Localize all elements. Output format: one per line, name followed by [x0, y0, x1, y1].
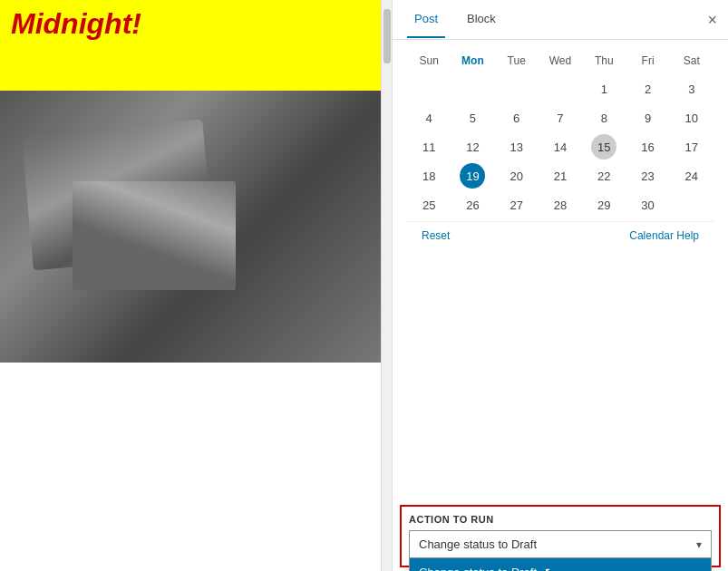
calendar-grid: Sun Mon Tue Wed Thu Fri Sat 1 2 3 4	[407, 51, 713, 218]
cal-day-26[interactable]: 26	[460, 192, 485, 218]
tab-post[interactable]: Post	[407, 1, 445, 38]
cal-day-12[interactable]: 12	[460, 134, 485, 160]
day-fri: Fri	[626, 51, 669, 71]
close-button[interactable]: ×	[707, 12, 717, 28]
day-sat: Sat	[670, 51, 713, 71]
cal-day-9[interactable]: 9	[636, 105, 661, 131]
post-image	[0, 91, 381, 363]
chevron-down-icon: ▾	[696, 538, 702, 551]
cal-day-11[interactable]: 11	[416, 134, 442, 160]
cal-day-10[interactable]: 10	[679, 105, 704, 131]
scrollbar-thumb[interactable]	[383, 9, 391, 63]
calendar-week-1: 1 2 3	[407, 76, 713, 102]
action-dropdown-button[interactable]: Change status to Draft ▾	[409, 530, 712, 558]
cal-day-30[interactable]: 30	[636, 192, 661, 218]
action-label: ACTION TO RUN	[409, 514, 712, 525]
midnight-banner: Midnight!	[0, 0, 381, 91]
day-thu: Thu	[582, 51, 626, 71]
cursor-icon: ↖	[544, 565, 555, 571]
cal-day-2[interactable]: 2	[636, 76, 661, 102]
cal-day-28[interactable]: 28	[548, 192, 573, 218]
calendar-footer: Reset Calendar Help	[407, 221, 713, 249]
cal-day-21[interactable]: 21	[548, 163, 573, 189]
cal-day-24[interactable]: 24	[679, 163, 704, 189]
option-label: Change status to Draft	[419, 566, 537, 571]
cal-day-6[interactable]: 6	[504, 105, 529, 131]
reset-link[interactable]: Reset	[422, 229, 450, 242]
cal-day-13[interactable]: 13	[504, 134, 529, 160]
cal-day-16[interactable]: 16	[636, 134, 661, 160]
calendar-header: Sun Mon Tue Wed Thu Fri Sat	[407, 51, 713, 71]
dropdown-option-0[interactable]: Change status to Draft ↖	[410, 558, 711, 571]
day-mon: Mon	[451, 51, 494, 71]
cal-day-15[interactable]: 15	[591, 134, 616, 160]
cal-day-3[interactable]: 3	[679, 76, 704, 102]
cal-day-18[interactable]: 18	[416, 163, 442, 189]
cal-day-17[interactable]: 17	[679, 134, 704, 160]
right-panel: Post Block × Sun Mon Tue Wed Thu Fri Sat…	[392, 0, 728, 571]
cal-day-14[interactable]: 14	[548, 134, 573, 160]
cal-day-5[interactable]: 5	[460, 105, 485, 131]
cal-day-25[interactable]: 25	[416, 192, 442, 218]
midnight-title: Midnight!	[11, 7, 370, 41]
calendar-week-4: 18 19 20 21 22 23 24	[407, 163, 713, 189]
day-tue: Tue	[495, 51, 539, 71]
day-sun: Sun	[407, 51, 451, 71]
dropdown-container: Change status to Draft ▾ Change status t…	[409, 530, 712, 558]
cal-day-8[interactable]: 8	[591, 105, 616, 131]
cal-day-4[interactable]: 4	[416, 105, 442, 131]
day-wed: Wed	[539, 51, 582, 71]
cal-day-27[interactable]: 27	[504, 192, 529, 218]
tab-block[interactable]: Block	[460, 1, 503, 38]
calendar-week-5: 25 26 27 28 29 30	[407, 192, 713, 218]
scrollbar[interactable]	[381, 0, 392, 571]
action-section: ACTION TO RUN Change status to Draft ▾ C…	[400, 505, 721, 567]
dropdown-list: Change status to Draft ↖ Change status t…	[409, 558, 712, 571]
cal-day-7[interactable]: 7	[548, 105, 573, 131]
cal-day-23[interactable]: 23	[636, 163, 661, 189]
calendar-week-2: 4 5 6 7 8 9 10	[407, 105, 713, 131]
cal-day-22[interactable]: 22	[591, 163, 616, 189]
dropdown-value: Change status to Draft	[419, 537, 537, 551]
calendar-section: Sun Mon Tue Wed Thu Fri Sat 1 2 3 4	[393, 40, 728, 501]
calendar-week-3: 11 12 13 14 15 16 17	[407, 134, 713, 160]
cal-day-29[interactable]: 29	[591, 192, 616, 218]
cal-day-1[interactable]: 1	[591, 76, 616, 102]
left-panel: Midnight!	[0, 0, 381, 571]
cal-day-19[interactable]: 19	[460, 163, 485, 189]
tabs-header: Post Block ×	[393, 0, 728, 40]
cal-day-20[interactable]: 20	[504, 163, 529, 189]
calendar-help-link[interactable]: Calendar Help	[629, 229, 699, 242]
